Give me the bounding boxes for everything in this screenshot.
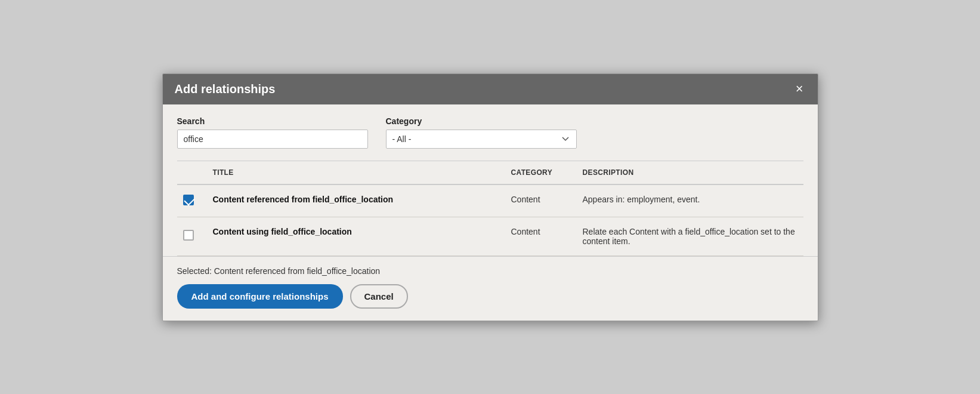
row2-description-cell: Relate each Content with a field_office_…: [577, 217, 803, 256]
add-configure-button[interactable]: Add and configure relationships: [177, 284, 343, 309]
row2-title-cell: Content using field_office_location: [207, 217, 505, 256]
dialog-header: Add relationships ×: [163, 74, 818, 104]
results-table-wrapper: TITLE CATEGORY DESCRIPTION Content refer…: [177, 161, 803, 256]
close-button[interactable]: ×: [793, 82, 806, 96]
row1-description: Appears in: employment, event.: [583, 195, 700, 204]
search-group: Search: [177, 116, 368, 149]
row2-check-cell: [177, 217, 207, 256]
row1-category: Content: [511, 195, 540, 204]
row1-check-cell: [177, 184, 207, 217]
add-relationships-dialog: Add relationships × Search Category - Al…: [162, 73, 818, 321]
row1-title-cell: Content referenced from field_office_loc…: [207, 184, 505, 217]
search-input[interactable]: [177, 130, 368, 149]
footer-buttons: Add and configure relationships Cancel: [177, 284, 803, 309]
row1-title: Content referenced from field_office_loc…: [213, 195, 394, 204]
table-header-row: TITLE CATEGORY DESCRIPTION: [177, 161, 803, 184]
row2-category: Content: [511, 227, 540, 236]
row1-description-cell: Appears in: employment, event.: [577, 184, 803, 217]
row2-description: Relate each Content with a field_office_…: [583, 227, 795, 246]
dialog-title: Add relationships: [175, 82, 276, 96]
cancel-button[interactable]: Cancel: [350, 284, 408, 309]
search-label: Search: [177, 116, 368, 126]
dialog-footer: Selected: Content referenced from field_…: [163, 256, 818, 321]
table-row: Content using field_office_location Cont…: [177, 217, 803, 256]
category-group: Category - All - Content Taxonomy User: [386, 116, 577, 149]
row2-category-cell: Content: [505, 217, 577, 256]
row2-title: Content using field_office_location: [213, 227, 352, 236]
table-row: Content referenced from field_office_loc…: [177, 184, 803, 217]
col-header-category: CATEGORY: [505, 161, 577, 184]
category-select[interactable]: - All - Content Taxonomy User: [386, 130, 577, 149]
col-header-description: DESCRIPTION: [577, 161, 803, 184]
col-header-check: [177, 161, 207, 184]
dialog-body: Search Category - All - Content Taxonomy…: [163, 104, 818, 256]
category-label: Category: [386, 116, 577, 126]
row2-checkbox[interactable]: [183, 230, 194, 241]
row1-category-cell: Content: [505, 184, 577, 217]
filter-row: Search Category - All - Content Taxonomy…: [177, 116, 803, 149]
row1-checkbox[interactable]: [183, 195, 194, 205]
results-table: TITLE CATEGORY DESCRIPTION Content refer…: [177, 161, 803, 256]
selected-text: Selected: Content referenced from field_…: [177, 266, 803, 276]
col-header-title: TITLE: [207, 161, 505, 184]
